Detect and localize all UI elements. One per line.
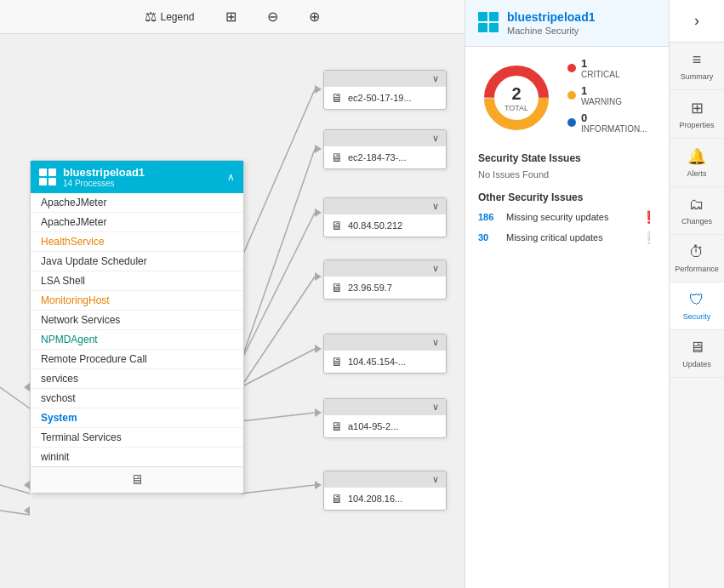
security-panel-header: bluestripeload1 Machine Security [465,0,669,47]
issue-item-2: 30 Missing critical updates ❕ [478,231,656,244]
list-item: MonitoringHost [31,291,243,311]
chevron-down-icon: ∨ [432,474,439,485]
info-count: 0 [581,111,647,124]
nav-properties[interactable]: ⊞ Properties [670,90,724,139]
nav-changes[interactable]: 🗂 Changes [670,187,724,235]
warning-label: WARNING [581,97,622,106]
zoom-in-button[interactable]: ⊖ [260,5,285,28]
remote-node-header[interactable]: ∨ [324,71,446,87]
zoom-out-icon: ⊕ [309,9,320,25]
legend-label: Legend [160,11,194,23]
performance-label: Performance [675,265,719,273]
info-dot [567,118,576,127]
warning-dot [567,91,576,100]
monitor-icon: 🖥 [331,219,343,232]
remote-node-header[interactable]: ∨ [324,130,446,146]
list-item: ApacheJMeter [31,193,243,213]
remote-node-header[interactable]: ∨ [324,334,446,351]
process-list: ApacheJMeter ApacheJMeter HealthService … [31,193,243,466]
remote-node-label: a104-95-2... [348,421,398,431]
updates-icon: 🖥 [689,339,704,357]
remote-node-header[interactable]: ∨ [324,260,446,277]
remote-node-body: 🖥 23.96.59.7 [324,277,446,299]
remote-node-label: 104.45.154-... [348,357,406,367]
donut-chart: 2 TOTAL [478,60,555,136]
svg-marker-6 [315,481,322,489]
legend-items: 1 CRITICAL 1 WARNING 0 INFORMATION... [567,57,656,139]
remote-node-label: ec2-50-17-19... [348,93,412,103]
legend-icon: ⚖ [145,9,157,25]
svg-marker-1 [315,145,322,153]
critical-count: 1 [581,57,620,70]
grid-button[interactable]: ⊞ [219,5,243,28]
nav-security[interactable]: 🛡 Security [670,283,724,330]
donut-section: 2 TOTAL 1 CRITICAL 1 WARNING [478,57,656,139]
info-legend: 0 INFORMATION... [567,111,656,134]
nav-summary[interactable]: ≡ Summary [670,43,724,90]
properties-icon: ⊞ [691,99,704,117]
monitor-icon: 🖥 [331,420,343,433]
changes-icon: 🗂 [689,196,704,214]
node-card-header[interactable]: bluestripeload1 14 Processes ∧ [31,161,243,193]
warning-count: 1 [581,84,622,97]
changes-label: Changes [681,217,712,225]
security-panel: bluestripeload1 Machine Security 2 TOTAL [465,0,669,588]
remote-node-1: ∨ 🖥 ec2-50-17-19... [323,70,447,110]
chevron-down-icon: ∨ [432,337,439,348]
grid-icon: ⊞ [225,9,237,25]
legend-button[interactable]: ⚖ Legend [138,5,201,28]
remote-node-6: ∨ 🖥 a104-95-2... [323,398,447,438]
summary-icon: ≡ [693,51,702,69]
remote-node-header[interactable]: ∨ [324,399,446,415]
critical-label: CRITICAL [581,70,620,79]
remote-node-body: 🖥 ec2-184-73-... [324,146,446,168]
security-panel-title: bluestripeload1 [507,10,595,24]
monitor-icon: 🖥 [331,492,343,505]
expand-arrow[interactable]: › [670,0,724,43]
summary-label: Summary [681,72,714,81]
remote-node-body: 🖥 104.45.154-... [324,351,446,373]
list-item: NPMDAgent [31,330,243,350]
remote-node-header[interactable]: ∨ [324,198,446,214]
remote-node-header[interactable]: ∨ [324,471,446,488]
monitor-footer-icon[interactable]: 🖥 [130,472,144,488]
nav-alerts[interactable]: 🔔 Alerts [670,139,724,187]
donut-total: 2 [505,84,528,104]
updates-label: Updates [682,360,711,368]
alerts-icon: 🔔 [687,147,706,166]
svg-marker-2 [315,208,322,217]
critical-legend: 1 CRITICAL [567,57,656,79]
collapse-button[interactable]: ∧ [227,171,235,183]
performance-icon: ⏱ [689,243,704,261]
chevron-down-icon: ∨ [432,402,439,413]
list-item: Network Services [31,311,243,330]
remote-node-body: 🖥 a104-95-2... [324,415,446,437]
chevron-down-icon: ∨ [432,133,439,144]
nav-updates[interactable]: 🖥 Updates [670,330,724,378]
zoom-out-button[interactable]: ⊕ [302,5,327,28]
remote-node-label: ec2-184-73-... [348,152,406,163]
nav-performance[interactable]: ⏱ Performance [670,235,724,283]
remote-node-body: 🖥 ec2-50-17-19... [324,87,446,109]
issue-item-1: 186 Missing security updates ❗ [478,210,656,224]
svg-marker-0 [315,85,322,94]
alerts-label: Alerts [687,169,706,178]
list-item: System [31,408,243,428]
monitor-icon: 🖥 [331,281,343,294]
info-label: INFORMATION... [581,124,647,134]
windows-logo-icon [39,168,56,186]
issue-count-2: 30 [478,232,499,243]
list-item: services [31,369,243,389]
list-item: Terminal Services [31,428,243,448]
other-issues-title: Other Security Issues [478,191,656,203]
issue-count-1: 186 [478,212,499,222]
chevron-down-icon: ∨ [432,73,439,84]
remote-node-5: ∨ 🖥 104.45.154-... [323,334,447,374]
list-item: svchost [31,389,243,408]
remote-node-7: ∨ 🖥 104.208.16... [323,471,447,511]
svg-marker-8 [24,481,30,489]
chevron-down-icon: ∨ [432,201,439,212]
svg-marker-7 [24,383,30,391]
security-panel-content: 2 TOTAL 1 CRITICAL 1 WARNING [465,47,669,588]
warning-legend: 1 WARNING [567,84,656,106]
